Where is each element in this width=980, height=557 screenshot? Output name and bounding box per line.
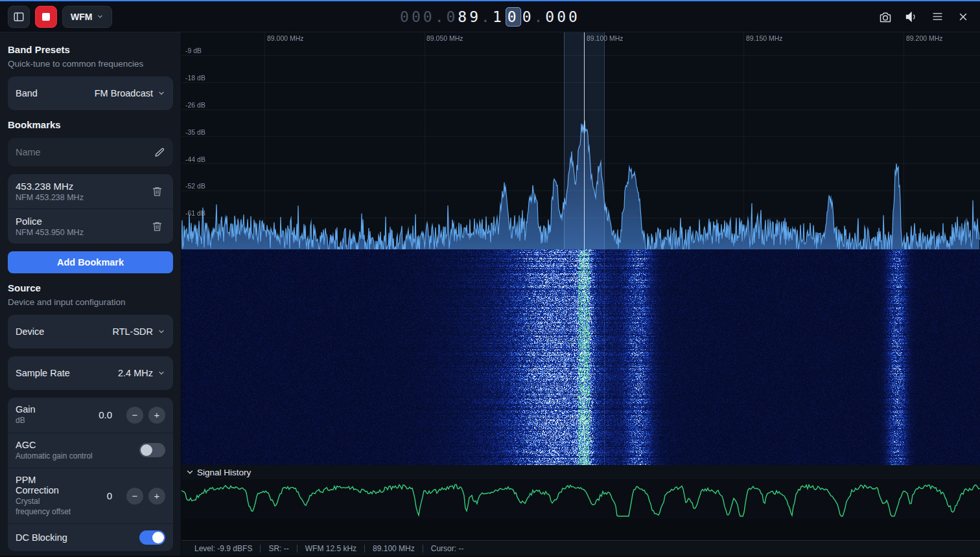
sample-rate-value: 2.4 MHz bbox=[118, 368, 153, 378]
dc-blocking-row: DC Blocking bbox=[8, 523, 173, 551]
close-button[interactable] bbox=[954, 8, 972, 26]
sidebar: Band Presets Quick-tune to common freque… bbox=[0, 32, 181, 556]
freq-axis-label: 89.050 MHz bbox=[426, 34, 463, 42]
trash-icon bbox=[152, 186, 163, 197]
toggle-knob bbox=[152, 532, 164, 543]
waterfall-canvas[interactable] bbox=[181, 249, 980, 465]
status-sample-rate: SR: -- bbox=[268, 544, 288, 553]
stop-icon bbox=[42, 13, 50, 21]
freq-axis-label: 89.150 MHz bbox=[746, 34, 783, 42]
freq-axis-label: 89.000 MHz bbox=[267, 34, 304, 42]
freq-separator: . bbox=[481, 8, 493, 25]
gain-label: Gain bbox=[16, 404, 36, 415]
agc-row: AGC Automatic gain control bbox=[8, 433, 173, 468]
db-axis-label: -18 dB bbox=[185, 74, 205, 82]
band-presets-subtitle: Quick-tune to common frequencies bbox=[8, 59, 173, 69]
signal-history-canvas bbox=[181, 479, 980, 519]
bookmark-name: 453.238 MHz bbox=[16, 181, 84, 192]
bookmark-detail: NFM 453.950 MHz bbox=[16, 228, 84, 237]
bookmark-name-field[interactable] bbox=[8, 138, 173, 166]
dc-blocking-toggle[interactable] bbox=[139, 530, 165, 545]
freq-digit-cursor[interactable]: 0 bbox=[506, 7, 521, 27]
bookmark-name: Police bbox=[16, 216, 84, 227]
agc-toggle[interactable] bbox=[139, 443, 165, 457]
gain-decrease-button[interactable]: − bbox=[126, 407, 143, 424]
gain-unit: dB bbox=[16, 416, 36, 426]
freq-digits[interactable]: 89 bbox=[458, 8, 481, 25]
ppm-label: PPM Correction bbox=[16, 475, 75, 495]
freq-digits[interactable]: 0 bbox=[522, 8, 534, 25]
source-subtitle: Device and input configuration bbox=[8, 297, 173, 307]
bookmark-item[interactable]: 453.238 MHz NFM 453.238 MHz bbox=[8, 174, 173, 209]
hamburger-icon bbox=[931, 10, 944, 23]
db-axis-label: -52 dB bbox=[185, 182, 205, 190]
bookmark-item[interactable]: Police NFM 453.950 MHz bbox=[8, 209, 173, 244]
agc-label: AGC bbox=[16, 440, 93, 450]
bookmarks-title: Bookmarks bbox=[8, 119, 173, 130]
content: Band Presets Quick-tune to common freque… bbox=[0, 32, 980, 556]
status-separator bbox=[260, 545, 261, 552]
panel-layout-icon bbox=[13, 11, 25, 23]
sample-rate-label: Sample Rate bbox=[16, 368, 70, 378]
frequency-display[interactable]: 000.089.100.000 bbox=[400, 8, 580, 25]
agc-subtitle: Automatic gain control bbox=[16, 451, 93, 462]
chevron-down-icon bbox=[158, 328, 165, 335]
topbar-left-group: WFM bbox=[8, 6, 112, 28]
ppm-subtitle: Crystal frequency offset bbox=[16, 497, 75, 517]
status-separator bbox=[423, 545, 423, 552]
freq-digits[interactable]: 1 bbox=[493, 8, 504, 25]
freq-digits-dim[interactable]: 000.0 bbox=[400, 8, 458, 25]
mode-dropdown[interactable]: WFM bbox=[62, 6, 112, 28]
ppm-increase-button[interactable]: + bbox=[148, 488, 165, 505]
db-axis-label: -44 dB bbox=[185, 155, 205, 163]
spectrum-canvas[interactable] bbox=[181, 32, 980, 249]
delete-bookmark-button[interactable] bbox=[149, 218, 165, 234]
signal-history-header[interactable]: Signal History bbox=[181, 465, 980, 479]
menu-button[interactable] bbox=[928, 8, 946, 26]
toggle-knob bbox=[141, 444, 152, 456]
status-frequency: 89.100 MHz bbox=[373, 544, 415, 553]
ppm-decrease-button[interactable]: − bbox=[126, 488, 143, 505]
signal-history-title: Signal History bbox=[197, 468, 251, 477]
source-settings-group: Gain dB 0.0 − + AGC Automatic gain contr… bbox=[8, 398, 173, 551]
freq-digits[interactable]: 000 bbox=[545, 8, 580, 25]
status-separator bbox=[297, 545, 298, 552]
sidebar-toggle-button[interactable] bbox=[8, 6, 30, 28]
trash-icon bbox=[152, 221, 163, 232]
edit-pencil-icon[interactable] bbox=[154, 147, 165, 158]
dc-blocking-label: DC Blocking bbox=[16, 532, 67, 543]
bookmark-name-input[interactable] bbox=[16, 147, 154, 157]
band-presets-title: Band Presets bbox=[8, 44, 173, 55]
bookmark-detail: NFM 453.238 MHz bbox=[16, 193, 84, 202]
status-level: Level: -9.9 dBFS bbox=[194, 544, 252, 553]
gain-value: 0.0 bbox=[99, 409, 112, 420]
freq-separator: . bbox=[533, 8, 545, 25]
db-axis-label: -9 dB bbox=[185, 47, 202, 54]
device-select[interactable]: Device RTL-SDR bbox=[8, 315, 173, 348]
close-icon bbox=[957, 11, 969, 23]
freq-axis-label: 89.200 MHz bbox=[906, 34, 943, 42]
source-title: Source bbox=[8, 282, 173, 293]
ppm-value: 0 bbox=[107, 490, 112, 501]
add-bookmark-button[interactable]: Add Bookmark bbox=[8, 251, 173, 273]
chevron-down-icon bbox=[185, 468, 194, 477]
chevron-down-icon bbox=[158, 369, 165, 377]
band-select[interactable]: Band FM Broadcast bbox=[8, 76, 173, 110]
stop-button[interactable] bbox=[35, 6, 57, 28]
db-axis-label: -35 dB bbox=[185, 128, 205, 136]
band-value: FM Broadcast bbox=[95, 88, 153, 98]
delete-bookmark-button[interactable] bbox=[149, 183, 165, 199]
status-cursor: Cursor: -- bbox=[431, 544, 464, 553]
speaker-icon bbox=[905, 10, 918, 23]
freq-axis-label: 89.100 MHz bbox=[587, 34, 624, 42]
gain-row: Gain dB 0.0 − + bbox=[8, 398, 173, 433]
sample-rate-select[interactable]: Sample Rate 2.4 MHz bbox=[8, 356, 173, 390]
device-value: RTL-SDR bbox=[112, 326, 153, 337]
db-axis-label: -61 dB bbox=[185, 209, 205, 217]
volume-button[interactable] bbox=[902, 8, 920, 26]
spectrum-panel: 89.000 MHz 89.050 MHz 89.100 MHz 89.150 … bbox=[181, 32, 980, 249]
screenshot-button[interactable] bbox=[876, 8, 894, 26]
gain-increase-button[interactable]: + bbox=[148, 407, 165, 424]
chevron-down-icon bbox=[97, 13, 104, 20]
status-bar: Level: -9.9 dBFS SR: -- WFM 12.5 kHz 89.… bbox=[181, 540, 980, 556]
